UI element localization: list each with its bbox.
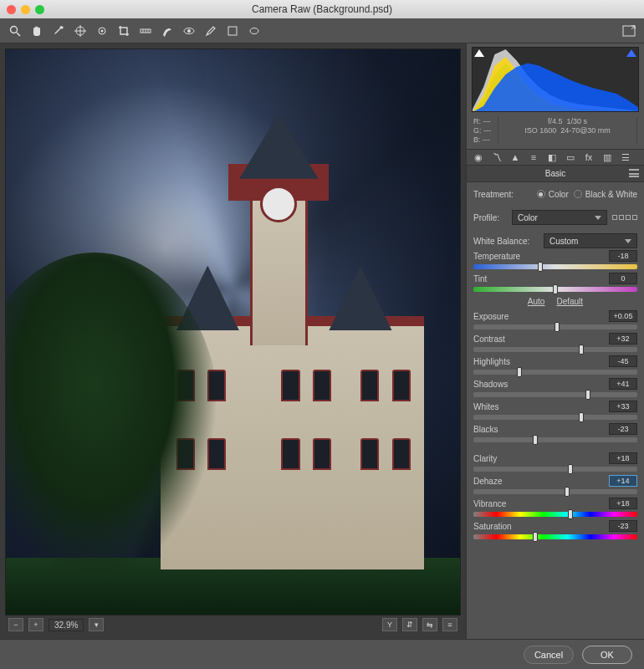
tab-calibrate[interactable]: ▥: [601, 151, 614, 163]
svg-point-0: [11, 26, 18, 33]
zoom-window-button[interactable]: [35, 5, 44, 14]
svg-point-6: [101, 29, 104, 32]
adjustment-brush-tool-icon[interactable]: [204, 24, 217, 38]
auto-link[interactable]: Auto: [528, 297, 545, 306]
cancel-button[interactable]: Cancel: [524, 646, 574, 664]
exposure-value[interactable]: +0.05: [609, 310, 637, 322]
swap-button[interactable]: ⇵: [402, 618, 417, 631]
titlebar: Camera Raw (Background.psd): [0, 0, 644, 18]
zoom-level[interactable]: 32.9%: [49, 619, 84, 631]
tint-slider[interactable]: Tint0: [473, 272, 637, 292]
vibrance-value[interactable]: +18: [609, 498, 637, 509]
highlights-value[interactable]: -45: [609, 355, 637, 367]
clarity-value[interactable]: +18: [609, 452, 637, 464]
treatment-color-radio[interactable]: Color: [537, 190, 569, 199]
profile-row: Profile: Color: [473, 209, 637, 226]
zoom-dropdown[interactable]: ▾: [89, 618, 104, 631]
hand-tool-icon[interactable]: [30, 24, 43, 38]
color-sampler-tool-icon[interactable]: [74, 24, 87, 38]
copy-settings-button[interactable]: ⇆: [422, 618, 437, 631]
shadows-slider[interactable]: Shadows+41: [473, 377, 637, 397]
shadows-value[interactable]: +41: [609, 378, 637, 390]
svg-line-1: [17, 33, 20, 36]
redeye-tool-icon[interactable]: [182, 24, 196, 38]
auto-default-row: AutoDefault: [473, 297, 637, 306]
vibrance-slider[interactable]: Vibrance+18: [473, 497, 637, 517]
saturation-slider[interactable]: Saturation-23: [473, 519, 637, 539]
temperature-value[interactable]: -18: [609, 250, 637, 262]
basic-controls: Treatment: Color Black & White Profile: …: [467, 182, 644, 639]
histogram[interactable]: [472, 47, 639, 112]
panel-title: Basic: [467, 166, 644, 182]
profile-select[interactable]: Color: [512, 210, 607, 225]
blacks-value[interactable]: -23: [609, 423, 637, 435]
whites-slider[interactable]: Whites+33: [473, 400, 637, 420]
treatment-bw-radio[interactable]: Black & White: [574, 190, 637, 199]
zoom-in-button[interactable]: +: [28, 618, 43, 631]
dehaze-slider[interactable]: Dehaze+14: [473, 474, 637, 494]
targeted-adjust-tool-icon[interactable]: [95, 24, 109, 38]
tab-curve[interactable]: 〽: [490, 151, 503, 163]
tab-presets[interactable]: ☰: [619, 151, 632, 163]
straighten-tool-icon[interactable]: [139, 24, 152, 38]
saturation-value[interactable]: -23: [609, 520, 637, 532]
top-toolbar: [0, 18, 644, 43]
svg-rect-13: [228, 27, 237, 35]
treatment-row: Treatment: Color Black & White: [473, 186, 637, 202]
close-window-button[interactable]: [7, 5, 16, 14]
image-canvas[interactable]: [5, 49, 461, 615]
spot-removal-tool-icon[interactable]: [161, 24, 174, 38]
tint-value[interactable]: 0: [609, 273, 637, 284]
svg-point-12: [187, 29, 191, 33]
panel-menu-icon[interactable]: [629, 169, 639, 177]
crop-tool-icon[interactable]: [117, 24, 130, 38]
whitebalance-row: White Balance: Custom: [473, 232, 637, 249]
graduated-filter-tool-icon[interactable]: [226, 24, 239, 38]
clarity-slider[interactable]: Clarity+18: [473, 452, 637, 472]
eyedropper-tool-icon[interactable]: [52, 24, 65, 38]
histogram-svg: [473, 48, 638, 112]
svg-point-14: [250, 28, 258, 33]
preview-toggle-icon[interactable]: [622, 24, 636, 38]
exif-readout: R: --- G: --- B: --- f/4.5 1/30 s ISO 16…: [467, 115, 644, 149]
ok-button[interactable]: OK: [582, 646, 632, 664]
dialog-footer: Cancel OK: [0, 639, 644, 669]
temperature-slider[interactable]: Temperature-18: [473, 249, 637, 269]
contrast-value[interactable]: +32: [609, 333, 637, 345]
tab-fx[interactable]: fx: [582, 151, 595, 163]
radial-filter-tool-icon[interactable]: [248, 24, 261, 38]
toggle-settings-button[interactable]: ≡: [442, 618, 457, 631]
right-panel: R: --- G: --- B: --- f/4.5 1/30 s ISO 16…: [466, 43, 644, 639]
window-title: Camera Raw (Background.psd): [252, 3, 392, 15]
window-controls: [7, 5, 44, 14]
zoom-out-button[interactable]: −: [8, 618, 23, 631]
tab-hsl[interactable]: ≡: [527, 151, 540, 163]
preview-pane: − + 32.9% ▾ Y ⇵ ⇆ ≡: [0, 43, 466, 639]
tab-lens[interactable]: ▭: [564, 151, 577, 163]
whites-value[interactable]: +33: [609, 401, 637, 412]
highlights-slider[interactable]: Highlights-45: [473, 355, 637, 375]
dehaze-value[interactable]: +14: [609, 475, 637, 487]
exposure-slider[interactable]: Exposure+0.05: [473, 309, 637, 329]
main-area: − + 32.9% ▾ Y ⇵ ⇆ ≡ R: --- G: --- B: ---…: [0, 43, 644, 639]
blacks-slider[interactable]: Blacks-23: [473, 422, 637, 442]
before-after-button[interactable]: Y: [382, 618, 397, 631]
tab-split[interactable]: ◧: [545, 151, 559, 163]
panel-tabstrip: ◉ 〽 ▲ ≡ ◧ ▭ fx ▥ ☰: [467, 149, 644, 166]
preview-statusbar: − + 32.9% ▾ Y ⇵ ⇆ ≡: [5, 615, 461, 634]
tab-basic[interactable]: ◉: [472, 151, 485, 163]
default-link[interactable]: Default: [556, 297, 583, 306]
tab-detail[interactable]: ▲: [509, 151, 522, 163]
minimize-window-button[interactable]: [21, 5, 30, 14]
contrast-slider[interactable]: Contrast+32: [473, 332, 637, 352]
whitebalance-select[interactable]: Custom: [544, 233, 637, 248]
profile-browser-button[interactable]: [612, 215, 637, 220]
zoom-tool-icon[interactable]: [8, 24, 22, 38]
